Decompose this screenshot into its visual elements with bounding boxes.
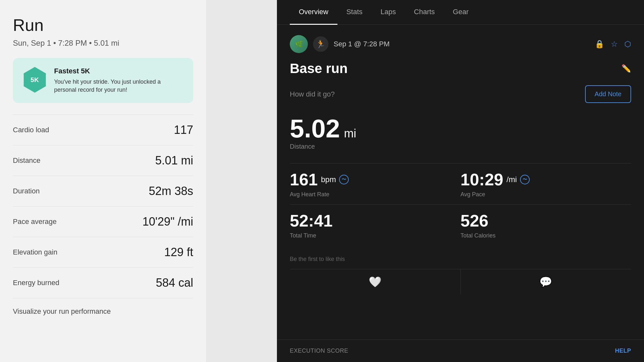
- avatar: 🌿: [290, 35, 308, 53]
- metrics-row-2: 52:41 Total Time 526 Total Calories: [290, 211, 631, 239]
- distance-metric: 5.02 mi Distance: [290, 116, 631, 150]
- stat-value-3: 10'29" /mi: [142, 215, 193, 228]
- stat-row: Duration 52m 38s: [13, 176, 193, 207]
- stat-row: Energy burned 584 cal: [13, 268, 193, 298]
- right-panel: OverviewStatsLapsChartsGear 🌿 🏃 Sep 1 @ …: [277, 0, 644, 362]
- edit-icon[interactable]: ✏️: [621, 64, 631, 73]
- achievement-text: Fastest 5K You've hit your stride. You j…: [54, 67, 184, 94]
- execution-score-label: EXECUTION SCORE: [290, 348, 348, 354]
- stat-row: Elevation gain 129 ft: [13, 237, 193, 268]
- stat-label-3: Pace average: [13, 218, 57, 226]
- distance-value: 5.02: [290, 114, 340, 143]
- stats-list: Cardio load 117 Distance 5.01 mi Duratio…: [13, 115, 193, 298]
- divider-2: [290, 204, 631, 205]
- pace-unit: /mi: [507, 175, 517, 184]
- metrics-row-1: 161 bpm 〜 Avg Heart Rate 10:29 /mi 〜 Avg…: [290, 170, 631, 198]
- stat-label-2: Duration: [13, 187, 40, 195]
- like-button[interactable]: 🤍: [290, 269, 461, 294]
- stat-row: Pace average 10'29" /mi: [13, 207, 193, 237]
- header-icons: 🔒 ☆ ⬡: [595, 40, 631, 49]
- like-section: Be the first to like this 🤍 💬: [290, 249, 631, 294]
- activity-title: Base run: [290, 61, 348, 76]
- stat-value-1: 5.01 mi: [155, 154, 193, 167]
- comment-icon: 💬: [539, 276, 552, 288]
- badge-5k: 5K: [22, 67, 48, 93]
- share-icon[interactable]: ⬡: [624, 40, 631, 49]
- wave-icon-pace: 〜: [520, 175, 530, 184]
- total-time-metric: 52:41 Total Time: [290, 211, 460, 239]
- run-title: Run: [13, 15, 193, 35]
- activity-header: 🌿 🏃 Sep 1 @ 7:28 PM 🔒 ☆ ⬡: [290, 35, 631, 53]
- calories-label: Total Calories: [460, 232, 631, 239]
- distance-label: Distance: [290, 143, 631, 150]
- add-note-button[interactable]: Add Note: [585, 85, 631, 103]
- achievement-card: 5K Fastest 5K You've hit your stride. Yo…: [13, 58, 193, 103]
- stat-label-1: Distance: [13, 156, 41, 165]
- stat-label-0: Cardio load: [13, 126, 49, 134]
- divider-1: [290, 163, 631, 163]
- pace-metric: 10:29 /mi 〜 Avg Pace: [460, 170, 631, 198]
- heart-rate-unit: bpm: [321, 175, 336, 184]
- comment-button[interactable]: 💬: [461, 269, 631, 294]
- content-area: 🌿 🏃 Sep 1 @ 7:28 PM 🔒 ☆ ⬡ Base run ✏️ Ho…: [277, 25, 644, 339]
- run-subtitle: Sun, Sep 1 • 7:28 PM • 5.01 mi: [13, 39, 193, 48]
- visualize-text: Visualize your run performance: [13, 307, 193, 316]
- achievement-title: Fastest 5K: [54, 67, 184, 75]
- calories-metric: 526 Total Calories: [460, 211, 631, 239]
- tab-gear[interactable]: Gear: [444, 0, 478, 25]
- calories-value: 526: [460, 211, 631, 230]
- activity-title-row: Base run ✏️: [290, 61, 631, 76]
- stat-value-2: 52m 38s: [149, 184, 193, 198]
- pace-value: 10:29: [460, 170, 503, 189]
- stat-row: Cardio load 117: [13, 115, 193, 145]
- tabs-bar: OverviewStatsLapsChartsGear: [277, 0, 644, 25]
- heart-rate-value-row: 161 bpm 〜: [290, 170, 460, 189]
- total-time-value: 52:41: [290, 211, 460, 230]
- lock-icon[interactable]: 🔒: [595, 40, 604, 49]
- tab-stats[interactable]: Stats: [337, 0, 372, 25]
- help-button[interactable]: HELP: [615, 348, 631, 354]
- tab-overview[interactable]: Overview: [290, 0, 337, 25]
- stat-value-5: 584 cal: [156, 276, 193, 290]
- achievement-badge: 5K: [22, 67, 48, 93]
- heart-icon: 🤍: [369, 276, 382, 288]
- heart-rate-label: Avg Heart Rate: [290, 191, 460, 198]
- social-actions: 🤍 💬: [290, 269, 631, 294]
- run-icon: 🏃: [313, 36, 328, 52]
- left-panel: Run Sun, Sep 1 • 7:28 PM • 5.01 mi 5K Fa…: [0, 0, 206, 362]
- stat-row: Distance 5.01 mi: [13, 145, 193, 176]
- tab-laps[interactable]: Laps: [372, 0, 405, 25]
- heart-rate-value: 161: [290, 170, 318, 189]
- distance-unit: mi: [344, 127, 356, 140]
- like-text: Be the first to like this: [290, 256, 631, 263]
- activity-time: Sep 1 @ 7:28 PM: [334, 40, 590, 48]
- stat-label-5: Energy burned: [13, 279, 59, 287]
- pace-label: Avg Pace: [460, 191, 631, 198]
- heart-rate-metric: 161 bpm 〜 Avg Heart Rate: [290, 170, 460, 198]
- achievement-description: You've hit your stride. You just unlocke…: [54, 78, 184, 94]
- note-question: How did it go?: [290, 90, 335, 98]
- stat-label-4: Elevation gain: [13, 248, 57, 256]
- star-icon[interactable]: ☆: [611, 40, 618, 49]
- stat-value-0: 117: [174, 123, 193, 137]
- note-row: How did it go? Add Note: [290, 85, 631, 103]
- total-time-label: Total Time: [290, 232, 460, 239]
- pace-value-row: 10:29 /mi 〜: [460, 170, 631, 189]
- execution-bar: EXECUTION SCORE HELP: [277, 339, 644, 362]
- stat-value-4: 129 ft: [164, 246, 193, 259]
- wave-icon-hr: 〜: [339, 175, 349, 184]
- tab-charts[interactable]: Charts: [405, 0, 444, 25]
- middle-space: [206, 0, 277, 362]
